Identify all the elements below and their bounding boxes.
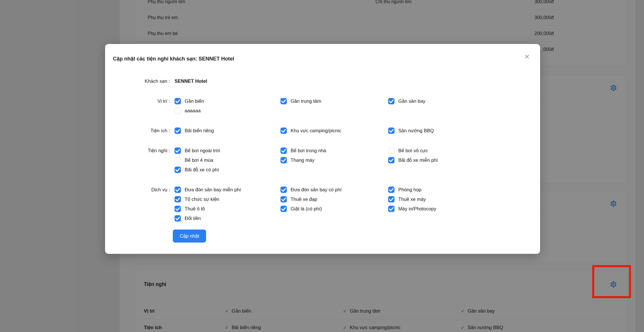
checkmark-icon: [175, 196, 181, 202]
amenity-checkbox-item[interactable]: Phòng họp: [388, 185, 421, 195]
amenity-checkbox-item[interactable]: Gần trung tâm: [280, 96, 321, 106]
checkbox-checked[interactable]: [388, 127, 395, 134]
checkbox-label: Bãi đỗ xe miễn phí: [398, 157, 438, 163]
checkmark-icon: [175, 127, 181, 134]
checkbox-label: Phòng họp: [398, 187, 421, 192]
checkbox-label: Gần trung tâm: [291, 98, 321, 104]
checkmark-icon: [388, 186, 395, 193]
checkbox-checked[interactable]: [175, 215, 181, 221]
checkbox-label: Sân nướng BBQ: [398, 128, 434, 133]
amenity-checkbox-item[interactable]: Bể bơi vô cực: [388, 146, 428, 155]
checkbox-label: Bể bơi ngoài trời: [185, 148, 220, 153]
checkbox-checked[interactable]: [388, 157, 395, 163]
checkmark-icon: [388, 98, 395, 104]
checkbox-label: Bể bơi trong nhà: [291, 148, 326, 153]
checkmark-icon: [388, 127, 395, 134]
checkbox-label: Bể bơi 4 mùa: [185, 157, 213, 163]
amenity-checkbox-item[interactable]: Bãi đỗ xe có phí: [175, 165, 219, 175]
checkbox-label: Thuê xe đạp: [291, 197, 317, 202]
checkbox-checked[interactable]: [175, 186, 181, 193]
amenity-checkbox-item[interactable]: Đổi tiền: [175, 214, 201, 223]
amenity-checkbox-item[interactable]: Sân nướng BBQ: [388, 126, 434, 135]
checkbox-label: aaaaaa: [185, 108, 201, 113]
amenity-checkbox-item[interactable]: Thuê ô tô: [175, 204, 205, 214]
checkbox-checked[interactable]: [175, 196, 181, 202]
checkbox-checked[interactable]: [280, 147, 287, 154]
checkmark-icon: [280, 157, 287, 163]
checkbox-checked[interactable]: [175, 98, 181, 104]
checkmark-icon: [388, 206, 395, 212]
form-group-label: Tiện ích :: [115, 128, 170, 133]
checkbox-label: Bãi đỗ xe có phí: [185, 167, 219, 173]
amenity-checkbox-item[interactable]: Tổ chức sự kiện: [175, 195, 219, 204]
checkbox-checked[interactable]: [280, 127, 287, 134]
checkmark-icon: [280, 147, 287, 154]
checkbox-label: Tổ chức sự kiện: [185, 197, 219, 202]
checkbox-checked[interactable]: [388, 206, 395, 212]
checkmark-icon: [388, 157, 395, 163]
checkbox-label: Gần sân bay: [398, 98, 425, 104]
amenity-checkbox-item[interactable]: Đưa đón sân bay có phí: [280, 185, 342, 195]
checkbox-checked[interactable]: [388, 98, 395, 104]
checkmark-icon: [175, 215, 181, 221]
checkmark-icon: [388, 196, 395, 202]
checkmark-icon: [280, 98, 287, 104]
checkbox-unchecked[interactable]: [175, 157, 181, 163]
checkmark-icon: [175, 147, 181, 154]
checkbox-label: Gần biển: [185, 98, 204, 104]
amenity-checkbox-item[interactable]: Bể bơi 4 mùa: [175, 155, 213, 165]
hotel-name: SENNET Hotel: [175, 78, 207, 84]
amenity-checkbox-item[interactable]: Giặt là (có phí): [280, 204, 322, 214]
checkbox-checked[interactable]: [388, 186, 395, 193]
checkbox-checked[interactable]: [175, 206, 181, 212]
update-button[interactable]: Cập nhật: [173, 230, 206, 243]
checkmark-icon: [280, 186, 287, 193]
amenity-checkbox-item[interactable]: Đưa đón sân bay miễn phí: [175, 185, 241, 195]
checkbox-label: Thuê xe máy: [398, 197, 426, 202]
checkbox-checked[interactable]: [175, 127, 181, 134]
amenity-checkbox-item[interactable]: Máy in/Photocopy: [388, 204, 436, 214]
amenity-checkbox-item[interactable]: Gần sân bay: [388, 96, 425, 106]
amenity-checkbox-item[interactable]: Bãi biển riêng: [175, 126, 214, 135]
amenity-checkbox-item[interactable]: Thang máy: [280, 155, 315, 165]
checkbox-label: Đổi tiền: [185, 216, 201, 221]
close-icon[interactable]: ✕: [522, 52, 532, 62]
amenity-checkbox-item[interactable]: Bể bơi trong nhà: [280, 146, 326, 155]
checkbox-checked[interactable]: [280, 206, 287, 212]
checkbox-checked[interactable]: [280, 98, 287, 104]
checkbox-checked[interactable]: [175, 166, 181, 173]
checkbox-checked[interactable]: [280, 186, 287, 193]
form-group-label: Vị trí :: [115, 98, 170, 104]
amenity-checkbox-item[interactable]: aaaaaa: [175, 106, 201, 115]
checkbox-label: Thuê ô tô: [185, 206, 205, 212]
amenity-checkbox-item[interactable]: Bãi đỗ xe miễn phí: [388, 155, 438, 165]
page: Phụ thu người lớnChỉ thu người lớn300,00…: [0, 0, 644, 332]
checkmark-icon: [280, 206, 287, 212]
checkbox-label: Giặt là (có phí): [291, 206, 322, 212]
checkmark-icon: [175, 166, 181, 173]
amenity-checkbox-item[interactable]: Khu vực camping/picnic: [280, 126, 341, 135]
checkbox-label: Máy in/Photocopy: [398, 206, 436, 212]
checkbox-label: Bể bơi vô cực: [398, 148, 428, 153]
amenity-checkbox-item[interactable]: Gần biển: [175, 96, 204, 106]
checkbox-label: Khu vực camping/picnic: [291, 128, 341, 133]
checkbox-checked[interactable]: [175, 147, 181, 154]
amenity-checkbox-item[interactable]: Bể bơi ngoài trời: [175, 146, 220, 155]
checkbox-unchecked[interactable]: [388, 147, 395, 154]
checkbox-checked[interactable]: [280, 196, 287, 202]
checkmark-icon: [175, 206, 181, 212]
checkbox-checked[interactable]: [280, 157, 287, 163]
checkbox-unchecked[interactable]: [175, 107, 181, 114]
checkmark-icon: [280, 127, 287, 134]
checkbox-label: Thang máy: [291, 157, 315, 163]
update-amenities-modal: Cập nhật các tiện nghi khách sạn: SENNET…: [105, 44, 540, 254]
checkbox-checked[interactable]: [388, 196, 395, 202]
modal-title: Cập nhật các tiện nghi khách sạn: SENNET…: [113, 56, 234, 62]
form-group-label: Tiện nghi :: [115, 148, 170, 153]
form-group-label: Dịch vụ :: [115, 187, 170, 192]
checkbox-label: Đưa đón sân bay có phí: [291, 187, 342, 192]
amenity-checkbox-item[interactable]: Thuê xe đạp: [280, 195, 317, 204]
checkmark-icon: [280, 196, 287, 202]
checkmark-icon: [175, 98, 181, 104]
amenity-checkbox-item[interactable]: Thuê xe máy: [388, 195, 426, 204]
